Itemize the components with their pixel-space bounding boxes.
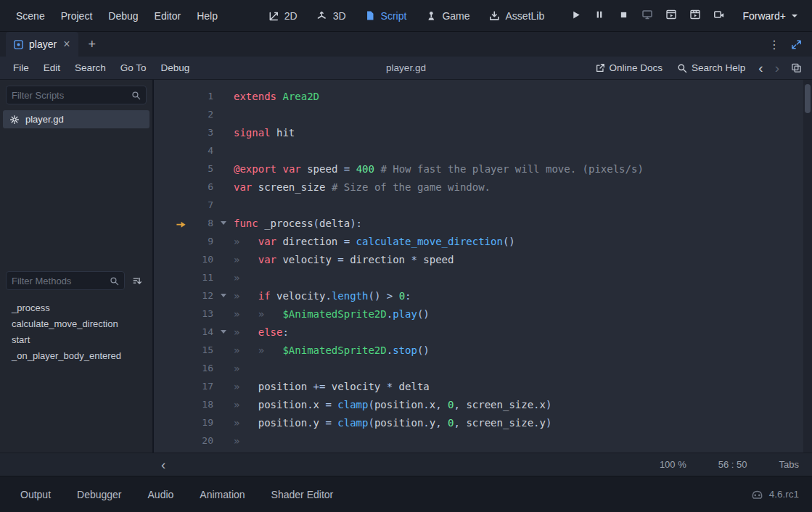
code-line[interactable]: 5@export var speed = 400 # How fast the …: [154, 160, 744, 178]
code-line-text[interactable]: » » $AnimatedSprite2D.stop(): [234, 344, 430, 356]
play-custom-scene-button[interactable]: [684, 5, 706, 27]
method-list-item[interactable]: _process: [0, 300, 152, 316]
online-docs-button[interactable]: Online Docs: [589, 59, 670, 77]
fold-arrow-icon[interactable]: [221, 330, 226, 334]
minimap[interactable]: [744, 80, 803, 453]
menu-search[interactable]: Search: [67, 59, 113, 77]
menu-help[interactable]: Help: [189, 5, 225, 27]
code-line-text[interactable]: signal hit: [234, 127, 295, 139]
code-line-text[interactable]: » » $AnimatedSprite2D.play(): [234, 308, 430, 320]
code-line[interactable]: 9» var direction = calculate_move_direct…: [154, 232, 744, 250]
game-view-button[interactable]: [636, 5, 658, 27]
script-list-item[interactable]: player.gd: [3, 110, 149, 128]
menu-editor[interactable]: Editor: [147, 5, 189, 27]
method-list-item[interactable]: start: [0, 332, 152, 348]
sort-methods-button[interactable]: [128, 271, 147, 290]
code-line[interactable]: 13» » $AnimatedSprite2D.play(): [154, 305, 744, 323]
code-line-text[interactable]: » var direction = calculate_move_directi…: [234, 236, 515, 247]
play-scene-button[interactable]: [660, 5, 682, 27]
zoom-indicator[interactable]: 100 %: [660, 459, 686, 470]
code-line-text[interactable]: var screen_size # Size of the game windo…: [234, 181, 491, 193]
code-line[interactable]: 16»: [154, 359, 744, 377]
code-line-text[interactable]: » if velocity.length() > 0:: [234, 290, 411, 302]
tab-marker-icon: »: [234, 399, 258, 410]
tab-overflow-menu-button[interactable]: ⋮: [764, 34, 784, 54]
method-list-item[interactable]: _on_player_body_entered: [0, 348, 152, 364]
menu-file[interactable]: File: [6, 59, 36, 77]
code-line[interactable]: 7: [154, 196, 744, 214]
renderer-select[interactable]: Forward+: [737, 6, 803, 26]
code-line-text[interactable]: » position.x = clamp(position.x, 0, scre…: [234, 399, 551, 410]
code-line-text[interactable]: » position.y = clamp(position.y, 0, scre…: [234, 417, 551, 429]
workspace-script[interactable]: Script: [357, 6, 415, 26]
code-line[interactable]: 1extends Area2D: [154, 87, 744, 105]
code-line[interactable]: 19» position.y = clamp(position.y, 0, sc…: [154, 413, 744, 432]
code-line[interactable]: 3signal hit: [154, 123, 744, 141]
menu-edit[interactable]: Edit: [36, 59, 67, 77]
code-line[interactable]: 17» position += velocity * delta: [154, 377, 744, 395]
scene-tab-player[interactable]: player ×: [6, 32, 78, 57]
history-back-button[interactable]: ‹: [753, 61, 768, 75]
workspace-game[interactable]: Game: [417, 6, 477, 26]
editor-scrollbar[interactable]: [803, 80, 812, 453]
scrollbar-thumb[interactable]: [805, 84, 811, 113]
tab-marker-icon: »: [234, 381, 258, 392]
search-icon: [131, 91, 141, 100]
code-line-text[interactable]: »: [234, 363, 258, 374]
code-line[interactable]: 11»: [154, 268, 744, 286]
code-line[interactable]: 20»: [154, 432, 744, 450]
menu-debug[interactable]: Debug: [101, 5, 145, 27]
code-line[interactable]: 15» » $AnimatedSprite2D.stop(): [154, 341, 744, 359]
code-line[interactable]: 8func _process(delta):: [154, 214, 744, 232]
fold-arrow-icon[interactable]: [221, 221, 226, 225]
code-line[interactable]: 4: [154, 141, 744, 160]
workspace-assetlib[interactable]: AssetLib: [481, 6, 553, 26]
stop-button[interactable]: [612, 5, 634, 27]
code-editor[interactable]: 1extends Area2D23signal hit45@export var…: [154, 80, 812, 453]
workspace-2d[interactable]: 2D: [260, 6, 305, 26]
panel-debugger-button[interactable]: Debugger: [67, 482, 131, 507]
pause-button[interactable]: [589, 5, 610, 27]
renderer-label: Forward+: [742, 10, 786, 22]
code-line-text[interactable]: @export var speed = 400 # How fast the p…: [234, 163, 644, 175]
panels-toggle-button[interactable]: [786, 58, 806, 78]
history-forward-button[interactable]: ›: [770, 61, 784, 75]
code-line-text[interactable]: »: [234, 272, 258, 284]
distraction-free-button[interactable]: [786, 34, 806, 54]
method-list-item[interactable]: calculate_move_direction: [0, 316, 152, 332]
fold-arrow-icon[interactable]: [221, 294, 226, 297]
search-help-button[interactable]: Search Help: [670, 59, 752, 77]
panel-audio-button[interactable]: Audio: [139, 482, 184, 507]
tab-marker-icon: »: [234, 435, 258, 447]
play-button[interactable]: [565, 5, 586, 27]
code-line[interactable]: 10» var velocity = direction * speed: [154, 250, 744, 268]
code-lines[interactable]: 1extends Area2D23signal hit45@export var…: [154, 87, 744, 453]
code-line-text[interactable]: »: [234, 435, 258, 447]
add-tab-button[interactable]: +: [78, 32, 105, 57]
code-line[interactable]: 12» if velocity.length() > 0:: [154, 286, 744, 305]
code-line[interactable]: 18» position.x = clamp(position.x, 0, sc…: [154, 395, 744, 413]
tab-close-icon[interactable]: ×: [62, 38, 71, 50]
menu-script-debug[interactable]: Debug: [154, 59, 197, 77]
code-line-text[interactable]: » else:: [234, 326, 289, 338]
filter-methods-input[interactable]: [12, 276, 110, 286]
code-line[interactable]: 2: [154, 105, 744, 123]
movie-maker-button[interactable]: [708, 5, 730, 27]
panel-output-button[interactable]: Output: [11, 482, 60, 507]
filter-scripts-input[interactable]: [12, 90, 131, 101]
code-line-text[interactable]: extends Area2D: [234, 91, 319, 102]
panel-animation-button[interactable]: Animation: [190, 482, 254, 507]
workspace-3d[interactable]: 3D: [308, 6, 354, 26]
code-line[interactable]: 14» else:: [154, 323, 744, 341]
scene-tab-label: player: [29, 38, 57, 50]
menu-goto[interactable]: Go To: [113, 59, 154, 77]
menu-project[interactable]: Project: [54, 5, 100, 27]
code-line-text[interactable]: » position += velocity * delta: [234, 381, 430, 392]
script-editor-menubar: File Edit Search Go To Debug player.gd O…: [0, 57, 812, 80]
code-line[interactable]: 6var screen_size # Size of the game wind…: [154, 178, 744, 196]
code-line-text[interactable]: » var velocity = direction * speed: [234, 254, 454, 265]
panel-shader-editor-button[interactable]: Shader Editor: [262, 482, 343, 507]
code-line-text[interactable]: func _process(delta):: [234, 218, 362, 229]
scripts-panel-collapse-button[interactable]: ‹: [157, 457, 170, 473]
menu-scene[interactable]: Scene: [9, 5, 52, 27]
